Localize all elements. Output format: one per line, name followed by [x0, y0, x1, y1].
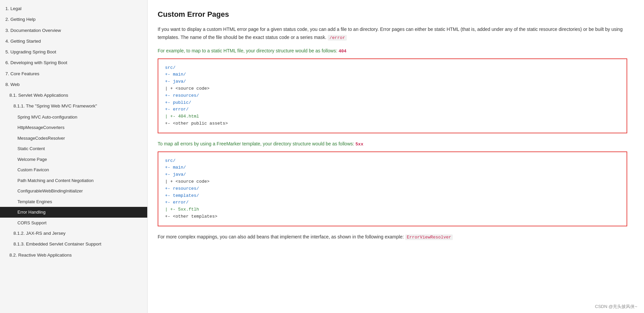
- bottom-paragraph: For more complex mappings, you can also …: [158, 233, 627, 241]
- code-line: +- java/: [165, 171, 620, 178]
- sidebar-item-path-matching[interactable]: Path Matching and Content Negotiation: [0, 175, 147, 186]
- sidebar-item-configurable-web[interactable]: ConfigurableWebBindingInitializer: [0, 186, 147, 196]
- code-line: +- error/: [165, 106, 620, 113]
- sidebar-item-httpmessage[interactable]: HttpMessageConverters: [0, 122, 147, 133]
- watermark: CSDN @充头披风侠~: [595, 304, 637, 310]
- sidebar-item-custom-favicon[interactable]: Custom Favicon: [0, 165, 147, 175]
- intro-text-1: If you want to display a custom HTML err…: [158, 27, 623, 40]
- sidebar-item-embedded-servlet[interactable]: 8.1.3. Embedded Servlet Container Suppor…: [0, 239, 147, 250]
- sidebar-item-error-handling[interactable]: Error Handling: [0, 207, 147, 218]
- code-line: +- templates/: [165, 192, 620, 199]
- sidebar-item-jax-rs[interactable]: 8.1.2. JAX-RS and Jersey: [0, 228, 147, 239]
- sidebar-item-core-features[interactable]: 7. Core Features: [0, 69, 147, 79]
- code-line: | + <source code>: [165, 85, 620, 92]
- bottom-code: ErrorViewResolver: [405, 234, 453, 240]
- code-line: src/: [165, 64, 620, 72]
- sidebar-item-developing[interactable]: 6. Developing with Spring Boot: [0, 57, 147, 68]
- sidebar-item-legal[interactable]: 1. Legal: [0, 3, 147, 14]
- sidebar-item-web[interactable]: 8. Web: [0, 79, 147, 90]
- sidebar-item-servlet-web[interactable]: 8.1. Servlet Web Applications: [0, 90, 147, 101]
- example1-prefix: For example, to map to a static HTML fil…: [158, 48, 337, 53]
- sidebar-item-cors-support[interactable]: CORS Support: [0, 218, 147, 228]
- code-line: +- <other public assets>: [165, 120, 620, 127]
- code-line: | + <source code>: [165, 178, 620, 185]
- code-line: +- main/: [165, 71, 620, 78]
- sidebar-item-messagecodes[interactable]: MessageCodesResolver: [0, 133, 147, 144]
- sidebar-item-spring-web-mvc[interactable]: 8.1.1. The "Spring Web MVC Framework": [0, 101, 147, 111]
- sidebar-item-getting-started[interactable]: 4. Getting Started: [0, 36, 147, 47]
- code-line: | +- 404.html: [165, 113, 620, 120]
- code-line: +- public/: [165, 99, 620, 106]
- intro-code-1: /error: [328, 35, 347, 41]
- example1-label: For example, to map to a static HTML fil…: [158, 47, 627, 55]
- code-line: +- main/: [165, 164, 620, 171]
- sidebar-item-static-content[interactable]: Static Content: [0, 143, 147, 154]
- code-line: +- resources/: [165, 92, 620, 99]
- code-line: +- java/: [165, 78, 620, 85]
- example2-prefix: To map all errors by using a FreeMarker …: [158, 141, 354, 146]
- page-title: Custom Error Pages: [158, 10, 627, 19]
- example2-code: 5xx: [356, 142, 363, 147]
- sidebar-item-upgrading[interactable]: 5. Upgrading Spring Boot: [0, 47, 147, 57]
- sidebar-item-template-engines[interactable]: Template Engines: [0, 196, 147, 207]
- code-line: +- error/: [165, 199, 620, 206]
- sidebar-item-doc-overview[interactable]: 3. Documentation Overview: [0, 25, 147, 36]
- intro-paragraph-1: If you want to display a custom HTML err…: [158, 26, 627, 42]
- example1-code: 404: [338, 49, 346, 54]
- code-block-1: src/ +- main/ +- java/ | + <source code>…: [158, 58, 627, 133]
- sidebar-item-getting-help[interactable]: 2. Getting Help: [0, 14, 147, 25]
- sidebar-item-spring-mvc-auto[interactable]: Spring MVC Auto-configuration: [0, 112, 147, 123]
- code-block-2: src/ +- main/ +- java/ | + <source code>…: [158, 151, 627, 226]
- bottom-text-content: For more complex mappings, you can also …: [158, 234, 404, 239]
- code-line: +- <other templates>: [165, 213, 620, 220]
- code-line: | +- 5xx.ftlh: [165, 206, 620, 213]
- main-content: Custom Error Pages If you want to displa…: [148, 0, 644, 313]
- example2-label: To map all errors by using a FreeMarker …: [158, 140, 627, 148]
- code-line: +- resources/: [165, 185, 620, 192]
- sidebar-item-reactive-web[interactable]: 8.2. Reactive Web Applications: [0, 250, 147, 261]
- sidebar: 1. Legal2. Getting Help3. Documentation …: [0, 0, 148, 313]
- code-line: src/: [165, 158, 620, 165]
- sidebar-item-welcome-page[interactable]: Welcome Page: [0, 154, 147, 165]
